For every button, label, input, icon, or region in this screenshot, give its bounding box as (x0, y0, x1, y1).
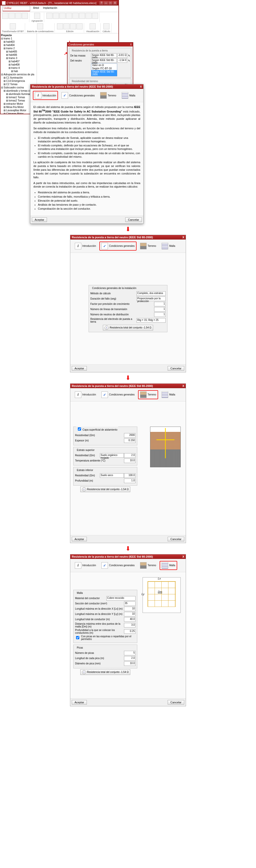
tree-item[interactable]: ⊞ hab405 (1, 50, 36, 53)
select-masas[interactable]: Según IEEE Std 80-2000 (91, 53, 117, 58)
close-icon[interactable]: X (183, 555, 184, 558)
tree-item[interactable]: ⊞ tramo 4 (1, 66, 36, 69)
resistance-button[interactable]: iResistencia total del conjunto -1.54 Ω (80, 487, 130, 492)
tool-icon[interactable] (76, 23, 83, 29)
input-ly[interactable]: 10 (124, 612, 135, 616)
input-factor[interactable]: 1 (154, 302, 166, 306)
symbol-icon[interactable] (53, 13, 59, 19)
checkbox-picas[interactable] (76, 636, 79, 639)
resistance-button[interactable]: iResistencia total del conjunto -1.54 Ω (80, 670, 130, 675)
input-resist[interactable]: 2000 (124, 433, 135, 438)
maximize-button[interactable]: □ (108, 1, 113, 5)
checkbox-capa[interactable] (78, 427, 81, 431)
tree-item[interactable]: ⊞ C14 Emergencia (1, 79, 36, 83)
close-button[interactable]: X (113, 1, 117, 5)
tab-malla[interactable]: Malla (160, 390, 177, 399)
tree-item[interactable]: ⊞ hab404 (1, 43, 36, 47)
select-metodo[interactable]: Completo, dos estratos (136, 291, 166, 296)
edit-icon[interactable]: ✎ (128, 59, 130, 62)
close-icon[interactable]: X (140, 85, 142, 88)
tab-implantacion[interactable]: Implantación (42, 6, 58, 11)
tree-item[interactable]: ⊞ tramo 2 (1, 47, 36, 50)
accept-button[interactable]: Aceptar (72, 537, 87, 541)
input-npicas[interactable]: 5 (124, 651, 135, 655)
symbol-icon[interactable] (66, 13, 72, 19)
tab-introduccion[interactable]: iIntroducción (73, 390, 98, 399)
dropdown-option[interactable]: Valor en Ω (91, 64, 117, 67)
tab-introduccion[interactable]: iIntroducción (33, 91, 58, 100)
tab-unifilar[interactable]: Unifilar (2, 6, 30, 11)
cancel-button[interactable]: Cancelar (125, 217, 142, 222)
select-duracion[interactable]: Proporcionado por la protección (136, 297, 166, 301)
symbol-icon[interactable] (60, 13, 65, 19)
input-neutros[interactable]: 1 (154, 312, 166, 317)
tool-icon[interactable] (2, 13, 8, 19)
tool-icon[interactable] (9, 13, 15, 19)
tab-condiciones[interactable]: ✓Condiciones generales (99, 390, 136, 399)
tool-icon[interactable] (34, 13, 40, 19)
accept-button[interactable]: Aceptar (72, 700, 87, 705)
minimize-button[interactable]: — (104, 1, 108, 5)
input-dm[interactable]: 3.0 (124, 623, 135, 627)
input-lx[interactable]: 10 (124, 607, 135, 611)
select-seccion[interactable]: 35 (124, 601, 135, 606)
symbol-icon[interactable] (46, 13, 53, 19)
tab-condiciones[interactable]: ✓Condiciones generales (99, 561, 136, 570)
tool-icon[interactable] (57, 23, 63, 29)
edit-icon[interactable]: ✎ (128, 54, 130, 57)
tree-item[interactable]: ⊞ hab407 (1, 60, 36, 63)
tab-terreno[interactable]: Terreno (138, 561, 158, 570)
symbol-icon[interactable] (92, 13, 98, 19)
tool-icon[interactable] (70, 23, 76, 29)
tab-malla[interactable]: Malla (160, 561, 177, 570)
cancel-button[interactable]: Cancelar (168, 700, 184, 705)
tree-item[interactable]: ⊞ hab (1, 69, 36, 73)
symbol-icon[interactable] (72, 13, 78, 19)
dropdown-option-selected[interactable]: Según IEEE Std 80-2000 (91, 70, 117, 76)
tab-arbol[interactable]: Árbol (32, 6, 40, 11)
symbol-icon[interactable] (79, 13, 85, 19)
accept-button[interactable]: Aceptar (72, 366, 87, 371)
input-ltotal[interactable]: 40.0 (124, 617, 135, 622)
tab-terreno[interactable]: Terreno (98, 91, 118, 100)
accept-button[interactable]: Aceptar (32, 217, 47, 222)
transformer-icon[interactable] (10, 23, 16, 29)
input-lineas[interactable]: 1 (154, 307, 166, 312)
dropdown-option[interactable]: Según ITC-BT-18 (91, 67, 117, 70)
calc-icon[interactable] (103, 23, 109, 29)
dropdown-open[interactable]: Valor en Ω Según ITC-BT-18 Según IEEE St… (91, 63, 117, 76)
tab-condiciones[interactable]: ✓Condiciones generales (60, 91, 97, 100)
select-suelo-sup[interactable]: Suelo orgánico mojado (100, 453, 124, 458)
symbol-icon[interactable] (86, 13, 92, 19)
resistance-button[interactable]: iResistencia total del conjunto -1.54 Ω (103, 325, 153, 331)
help-button[interactable]: ? (99, 1, 103, 5)
close-icon[interactable]: X (183, 236, 184, 239)
view-icon[interactable] (90, 23, 96, 29)
input-prof-cond[interactable]: 0.25 (124, 629, 135, 634)
tool-icon[interactable] (15, 13, 21, 19)
tree-item[interactable]: ⊞ hab403 (1, 40, 36, 43)
tool-icon[interactable] (22, 13, 28, 19)
cancel-button[interactable]: Cancelar (168, 537, 184, 541)
tab-terreno[interactable]: Terreno (138, 242, 158, 251)
tree-item[interactable]: ⊟ tramo 1 (1, 37, 36, 40)
input-espesor[interactable]: 0.150 (124, 438, 135, 443)
modal-header[interactable]: Resistencia de la puesta a tierra del ne… (30, 84, 143, 89)
input-temp[interactable]: 10.0 (124, 459, 135, 463)
input-lpica[interactable]: 2.0 (124, 656, 135, 661)
tree-item[interactable]: ⊞ hab406 (1, 53, 36, 57)
tab-malla[interactable]: Malla (160, 242, 177, 251)
tab-introduccion[interactable]: iIntroducción (73, 561, 98, 570)
tree-item[interactable]: ⊞ tramo 3 (1, 57, 36, 60)
close-icon[interactable]: X (183, 384, 184, 388)
input-dpica[interactable]: 10.0 (124, 661, 135, 666)
tool-icon[interactable] (64, 23, 69, 29)
cancel-button[interactable]: Cancelar (168, 366, 184, 371)
tree-item[interactable]: ⊟ Adrupación servicios de pla (1, 73, 36, 76)
tab-introduccion[interactable]: iIntroducción (73, 242, 98, 251)
select-neutro[interactable]: Según IEEE Std 80-2000 (91, 58, 117, 63)
capacitor-icon[interactable] (37, 23, 43, 29)
tab-malla[interactable]: Malla (120, 91, 137, 100)
select-suelo-inf[interactable]: Suelo seco (100, 473, 124, 478)
tree-item[interactable]: ⊞ hab408 (1, 63, 36, 66)
